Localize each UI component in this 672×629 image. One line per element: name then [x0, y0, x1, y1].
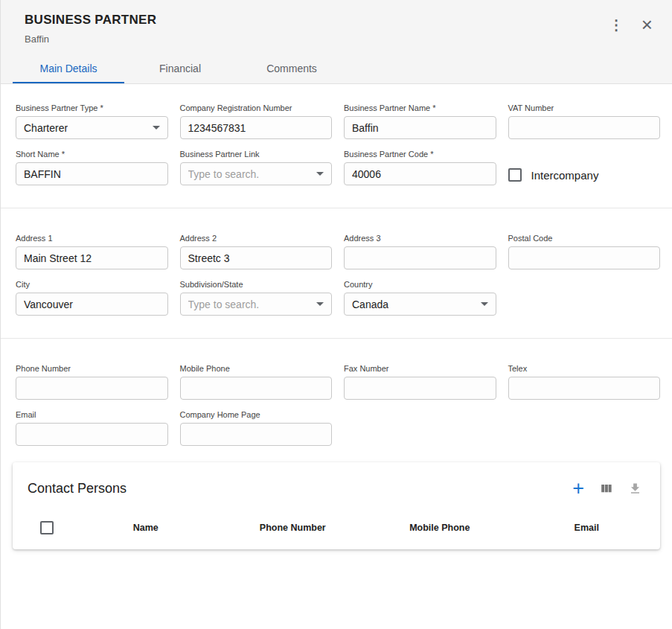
business-partner-type-select[interactable]: Charterer [16, 116, 168, 139]
short-name-label: Short Name * [16, 150, 168, 159]
contact-persons-actions: + [572, 479, 642, 499]
field-email: Email [16, 410, 168, 446]
phone-number-label: Phone Number [16, 364, 168, 373]
subdivision-state-select[interactable]: Type to search. [180, 293, 333, 316]
company-registration-number-label: Company Registration Number [180, 103, 333, 112]
field-intercompany: Intercompany [508, 150, 661, 185]
address-2-label: Address 2 [180, 234, 333, 243]
business-partner-code-label: Business Partner Code * [344, 150, 496, 159]
field-short-name: Short Name * [16, 150, 168, 185]
dialog-title: BUSINESS PARTNER [25, 13, 156, 28]
main-details-panel: Business Partner Type * Charterer Compan… [1, 84, 672, 629]
vat-number-input[interactable] [508, 116, 661, 139]
contact-persons-header: Contact Persons + [13, 462, 660, 511]
telex-input[interactable] [508, 377, 661, 400]
field-fax-number: Fax Number [344, 364, 496, 400]
field-vat-number: VAT Number [508, 103, 661, 139]
empty-cell [508, 280, 661, 316]
mobile-phone-label: Mobile Phone [180, 364, 333, 373]
postal-code-label: Postal Code [508, 234, 661, 243]
address-3-input[interactable] [344, 246, 496, 269]
section-divider [1, 338, 672, 339]
identity-section: Business Partner Type * Charterer Compan… [1, 103, 672, 185]
business-partner-link-select[interactable]: Type to search. [180, 162, 333, 185]
field-mobile-phone: Mobile Phone [180, 364, 333, 400]
company-home-page-input[interactable] [180, 423, 333, 446]
field-country: Country Canada [344, 280, 496, 316]
checkbox-icon[interactable] [508, 168, 522, 182]
column-header-mobile-phone[interactable]: Mobile Phone [366, 523, 513, 533]
field-business-partner-type: Business Partner Type * Charterer [16, 103, 168, 139]
tab-financial[interactable]: Financial [124, 54, 236, 83]
field-business-partner-code: Business Partner Code * [344, 150, 496, 185]
subdivision-state-placeholder: Type to search. [188, 298, 260, 310]
contact-details-section: Phone Number Mobile Phone Fax Number Tel… [1, 364, 672, 446]
business-partner-link-placeholder: Type to search. [188, 168, 260, 180]
phone-number-input[interactable] [16, 377, 168, 400]
city-input[interactable] [16, 293, 168, 316]
chevron-down-icon [153, 126, 160, 130]
subdivision-state-label: Subdivision/State [180, 280, 333, 289]
chevron-down-icon [481, 302, 488, 306]
header-actions: ⋮ × [609, 15, 653, 34]
field-business-partner-link: Business Partner Link Type to search. [180, 150, 333, 185]
column-header-email[interactable]: Email [513, 523, 661, 533]
columns-icon[interactable] [599, 482, 613, 496]
country-label: Country [344, 280, 496, 289]
download-icon[interactable] [628, 482, 642, 496]
address-3-label: Address 3 [344, 234, 496, 243]
fax-number-label: Fax Number [344, 364, 496, 373]
telex-label: Telex [508, 364, 661, 373]
field-telex: Telex [508, 364, 661, 400]
field-city: City [16, 280, 168, 316]
chevron-down-icon [316, 302, 324, 306]
tab-bar: Main Details Financial Comments [1, 54, 672, 83]
vat-number-label: VAT Number [508, 103, 661, 112]
chevron-down-icon [316, 172, 324, 176]
fax-number-input[interactable] [344, 377, 496, 400]
business-partner-type-value: Charterer [24, 122, 68, 134]
country-select[interactable]: Canada [344, 293, 496, 316]
city-label: City [16, 280, 168, 289]
field-business-partner-name: Business Partner Name * [344, 103, 496, 139]
business-partner-name-input[interactable] [344, 116, 496, 139]
postal-code-input[interactable] [508, 246, 661, 269]
column-header-name[interactable]: Name [72, 523, 220, 533]
intercompany-label: Intercompany [531, 169, 599, 182]
close-icon[interactable]: × [641, 15, 653, 34]
address-section: Address 1 Address 2 Address 3 Postal Cod… [1, 234, 672, 316]
select-all-checkbox[interactable] [40, 521, 54, 534]
field-phone-number: Phone Number [16, 364, 168, 400]
country-value: Canada [352, 298, 388, 310]
email-label: Email [16, 410, 168, 419]
business-partner-dialog: BUSINESS PARTNER Baffin ⋮ × Main Details… [0, 0, 672, 629]
field-address-1: Address 1 [16, 234, 168, 269]
dialog-subtitle: Baffin [25, 33, 156, 45]
kebab-menu-icon[interactable]: ⋮ [609, 18, 624, 32]
field-address-3: Address 3 [344, 234, 496, 269]
column-header-phone-number[interactable]: Phone Number [220, 523, 367, 533]
field-postal-code: Postal Code [508, 234, 661, 269]
add-contact-button[interactable]: + [572, 479, 584, 499]
email-input[interactable] [16, 423, 168, 446]
address-2-input[interactable] [180, 246, 333, 269]
short-name-input[interactable] [16, 162, 168, 185]
contact-persons-table-header: Name Phone Number Mobile Phone Email [13, 511, 660, 549]
dialog-titles: BUSINESS PARTNER Baffin [25, 13, 156, 45]
address-1-label: Address 1 [16, 234, 168, 243]
business-partner-type-label: Business Partner Type * [16, 103, 168, 112]
company-home-page-label: Company Home Page [180, 410, 333, 419]
field-address-2: Address 2 [180, 234, 333, 269]
company-registration-number-input[interactable] [180, 116, 333, 139]
business-partner-code-input[interactable] [344, 162, 496, 185]
tab-comments[interactable]: Comments [236, 54, 348, 83]
field-company-home-page: Company Home Page [180, 410, 333, 446]
field-subdivision-state: Subdivision/State Type to search. [180, 280, 333, 316]
business-partner-name-label: Business Partner Name * [344, 103, 496, 112]
mobile-phone-input[interactable] [180, 377, 333, 400]
contact-persons-title: Contact Persons [28, 481, 127, 497]
intercompany-checkbox[interactable]: Intercompany [508, 168, 599, 182]
address-1-input[interactable] [16, 246, 168, 269]
business-partner-link-label: Business Partner Link [180, 150, 333, 159]
tab-main-details[interactable]: Main Details [13, 54, 124, 83]
